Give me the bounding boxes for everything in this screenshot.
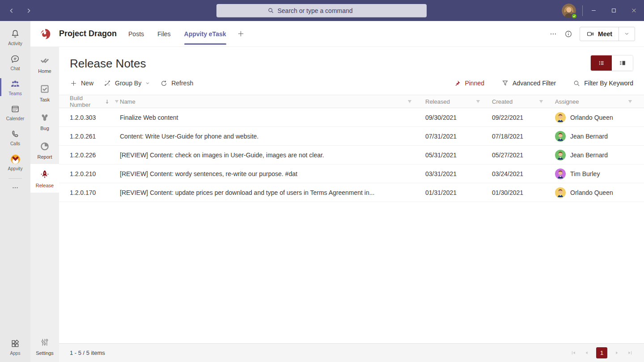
column-label: Created: [492, 98, 513, 105]
board-view-button[interactable]: [612, 55, 633, 71]
bell-icon: [10, 28, 20, 40]
last-page-button[interactable]: [627, 349, 633, 356]
refresh-label: Refresh: [171, 80, 193, 87]
home-icon: [39, 54, 51, 67]
close-button[interactable]: [624, 0, 644, 21]
info-button[interactable]: [564, 30, 572, 38]
back-button[interactable]: [5, 4, 18, 17]
created-cell: 03/24/2021: [492, 170, 555, 177]
module-rail: Home Task Bug: [30, 47, 59, 362]
module-item-label: Settings: [36, 350, 54, 356]
search-input[interactable]: [278, 7, 376, 14]
close-icon: [631, 8, 637, 13]
build-number-cell: 1.2.0.303: [59, 114, 120, 121]
column-label: Name: [120, 98, 136, 105]
list-view-button[interactable]: [591, 55, 612, 71]
assignee-cell: Orlando Queen: [555, 112, 644, 123]
chevron-down-icon: [624, 31, 630, 37]
first-page-icon: [570, 349, 577, 356]
video-camera-icon: [586, 30, 594, 38]
table-row[interactable]: 1.2.0.210 [REVIEW] Content: wordy senten…: [59, 164, 644, 183]
channel-header: Project Dragon Posts Files Appvity eTask: [30, 21, 644, 47]
advanced-filter-button[interactable]: Advanced Filter: [501, 80, 556, 87]
filter-icon[interactable]: [407, 98, 413, 105]
more-options-button[interactable]: [549, 30, 557, 38]
created-cell: 09/22/2021: [492, 114, 555, 121]
channel-header-actions: Meet: [549, 27, 635, 41]
sidebar-item-apps[interactable]: Apps: [0, 334, 30, 359]
table-row[interactable]: 1.2.0.261 Content: Write User-Guide for …: [59, 127, 644, 146]
module-item-report[interactable]: Report: [30, 135, 59, 164]
info-icon: [564, 30, 572, 38]
page-title: Release Notes: [70, 57, 644, 71]
maximize-icon: [611, 8, 617, 13]
sidebar-item-calendar[interactable]: Calender: [0, 100, 30, 125]
module-item-release[interactable]: Release: [30, 164, 59, 193]
module-item-label: Home: [38, 68, 51, 74]
filter-icon[interactable]: [114, 98, 120, 105]
sidebar-item-appvity[interactable]: Appvity: [0, 150, 30, 175]
column-header-created[interactable]: Created: [492, 95, 555, 108]
column-header-assignee[interactable]: Assignee: [555, 95, 644, 108]
table-row[interactable]: 1.2.0.226 [REVIEW] Content: check on ima…: [59, 146, 644, 164]
refresh-button[interactable]: Refresh: [160, 80, 193, 87]
rail-divider: [8, 178, 22, 179]
rail-item-label: Calender: [6, 116, 25, 121]
table-row[interactable]: 1.2.0.170 [REVIEW] Content: update price…: [59, 183, 644, 202]
forward-button[interactable]: [22, 4, 35, 17]
next-page-button[interactable]: [614, 349, 620, 356]
next-page-icon: [614, 349, 620, 356]
column-header-name[interactable]: Name: [120, 95, 425, 108]
teams-people-icon: [10, 78, 21, 90]
filter-by-keyword-button[interactable]: Filter By Keyword: [573, 80, 633, 87]
meet-button[interactable]: Meet: [580, 27, 619, 41]
sidebar-item-teams[interactable]: Teams: [0, 75, 30, 100]
name-cell: [REVIEW] Content: wordy sentences, re-wr…: [120, 170, 425, 177]
chevron-down-icon: [145, 80, 150, 86]
task-checkbox-icon: [39, 83, 50, 95]
board-view-icon: [618, 59, 627, 67]
sidebar-item-activity[interactable]: Activity: [0, 25, 30, 50]
module-item-task[interactable]: Task: [30, 78, 59, 107]
sidebar-item-calls[interactable]: Calls: [0, 125, 30, 150]
module-item-home[interactable]: Home: [30, 50, 59, 78]
group-by-button[interactable]: Group By: [103, 79, 150, 87]
user-avatar[interactable]: [562, 4, 576, 18]
search-bar[interactable]: [216, 4, 427, 17]
meet-options-button[interactable]: [619, 27, 635, 41]
tab-appvity-etask[interactable]: Appvity eTask: [184, 21, 226, 46]
maximize-button[interactable]: [604, 0, 624, 21]
last-page-icon: [627, 349, 633, 356]
sort-descending-icon[interactable]: [104, 99, 110, 105]
first-page-button[interactable]: [570, 349, 577, 356]
titlebar: [0, 0, 644, 21]
current-page-button[interactable]: 1: [596, 347, 607, 358]
module-item-settings[interactable]: Settings: [30, 332, 59, 360]
module-item-label: Release: [36, 183, 54, 188]
previous-page-button[interactable]: [583, 349, 590, 356]
minimize-button[interactable]: [584, 0, 604, 21]
rail-item-label: Calls: [10, 141, 20, 146]
ellipsis-icon: [549, 30, 557, 38]
table-row[interactable]: 1.2.0.303 Finalize Web content 09/30/202…: [59, 108, 644, 127]
module-item-label: Report: [37, 154, 52, 160]
pagination: 1: [570, 347, 633, 358]
tab-posts[interactable]: Posts: [128, 21, 144, 46]
add-tab-button[interactable]: [237, 30, 245, 38]
search-icon: [573, 80, 580, 87]
assignee-name: Jean Bernard: [570, 152, 608, 159]
module-item-bug[interactable]: Bug: [30, 107, 59, 135]
more-apps-button[interactable]: [0, 181, 30, 194]
titlebar-divider: [582, 5, 583, 16]
pinned-button[interactable]: Pinned: [453, 80, 484, 87]
sidebar-item-chat[interactable]: Chat: [0, 50, 30, 75]
filter-icon[interactable]: [475, 98, 481, 105]
grid-footer: 1 - 5 / 5 items 1: [59, 343, 644, 362]
filter-icon[interactable]: [627, 98, 633, 105]
minimize-icon: [591, 8, 597, 13]
new-button[interactable]: New: [70, 80, 93, 87]
filter-icon[interactable]: [538, 98, 544, 105]
column-header-released[interactable]: Released: [425, 95, 492, 108]
tab-files[interactable]: Files: [157, 21, 171, 46]
column-header-build-number[interactable]: Build Number: [59, 95, 120, 108]
